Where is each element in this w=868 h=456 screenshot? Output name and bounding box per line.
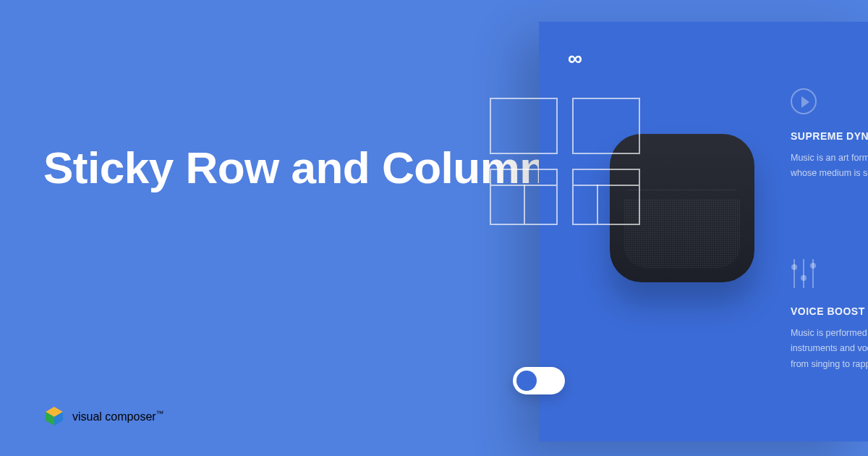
preview-panel: ∞ SUPREME DYN Music is an art form a who… — [539, 22, 868, 442]
sliders-icon — [791, 259, 817, 288]
layout-box — [490, 169, 558, 225]
feature-block: VOICE BOOST Music is performed w instrum… — [791, 305, 868, 372]
brand-text: visual composer™ — [72, 409, 164, 423]
visual-composer-logo-icon — [43, 405, 65, 427]
play-icon — [791, 88, 817, 114]
feature-heading: SUPREME DYN — [791, 130, 868, 142]
feature-text: Music is an art form a — [791, 151, 868, 166]
infinity-icon: ∞ — [568, 47, 582, 70]
feature-text: instruments and voca — [791, 341, 868, 356]
feature-block: SUPREME DYN Music is an art form a whose… — [791, 130, 868, 182]
feature-heading: VOICE BOOST — [791, 305, 868, 317]
feature-text: Music is performed w — [791, 326, 868, 341]
layout-box — [572, 98, 640, 154]
page-title: Sticky Row and Column — [43, 141, 547, 195]
toggle-switch[interactable] — [513, 367, 565, 394]
layout-wireframe-icon — [490, 98, 640, 225]
layout-box — [572, 169, 640, 225]
feature-text: from singing to rappi — [791, 357, 868, 372]
brand-footer: visual composer™ — [43, 405, 164, 427]
layout-box — [490, 98, 558, 154]
feature-text: whose medium is sou — [791, 166, 868, 181]
